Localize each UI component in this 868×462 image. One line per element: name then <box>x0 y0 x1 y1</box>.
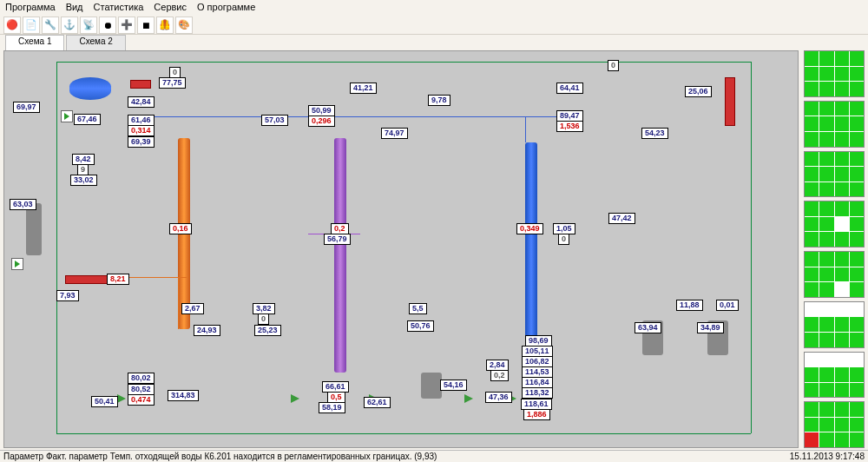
menu-item[interactable]: Статистика <box>94 2 144 14</box>
value-alarm: 1,536 <box>556 121 583 132</box>
process-diagram: 69,97 67,46 8,42 9 33,02 63,03 7,93 80,0… <box>3 50 799 448</box>
value: 41,21 <box>350 82 377 94</box>
value: 0,2 <box>490 370 509 381</box>
value: 47,36 <box>485 392 512 403</box>
toolbar-button[interactable]: 🔴 <box>3 16 21 34</box>
tank-blue <box>69 77 111 100</box>
value: 5,5 <box>409 303 427 314</box>
indicator-block[interactable] <box>804 401 865 448</box>
toolbar-button[interactable]: 📡 <box>80 16 97 34</box>
value-alarm: 0,296 <box>308 116 335 127</box>
tab-scheme-2[interactable]: Схема 2 <box>66 35 125 50</box>
column-purple <box>334 138 346 373</box>
valve-icon[interactable] <box>464 394 473 403</box>
heater-red-small <box>130 80 151 89</box>
tab-scheme-1[interactable]: Схема 1 <box>5 35 64 50</box>
status-bar: Параметр Факт. параметр Темп. отходящей … <box>0 450 868 462</box>
menu-item[interactable]: Вид <box>66 2 83 14</box>
value-alarm: 0,314 <box>128 125 155 136</box>
toolbar-button[interactable]: 🦺 <box>156 16 174 34</box>
value: 69,97 <box>13 102 40 113</box>
value: 24,93 <box>194 325 220 336</box>
value: 0 <box>258 314 269 325</box>
indicator-block[interactable] <box>804 251 865 298</box>
toolbar-button[interactable]: 🔧 <box>42 16 59 34</box>
value: 11,88 <box>676 300 703 311</box>
toolbar-button[interactable]: ⏹ <box>137 16 155 34</box>
value: 42,84 <box>128 96 155 108</box>
value: 9,78 <box>428 95 450 106</box>
value: 33,02 <box>70 175 97 186</box>
value: 58,19 <box>319 402 345 413</box>
vessel-gray-1 <box>421 373 442 399</box>
value: 56,79 <box>324 234 351 245</box>
heater-red <box>725 77 735 126</box>
value: 64,41 <box>556 82 583 94</box>
value: 63,03 <box>10 199 36 210</box>
value: 25,23 <box>254 325 281 336</box>
value: 62,61 <box>364 397 391 408</box>
value: 2,67 <box>181 303 204 314</box>
value-alarm: 0,16 <box>169 223 192 234</box>
value: 34,89 <box>697 322 724 333</box>
toolbar-button[interactable]: ⚓ <box>61 16 78 34</box>
value: 77,75 <box>159 77 186 89</box>
menu-item[interactable]: О программе <box>197 2 255 14</box>
status-message: Параметр Факт. параметр Темп. отходящей … <box>3 452 437 461</box>
valve-icon[interactable] <box>291 394 299 403</box>
value: 0,01 <box>716 300 739 311</box>
value: 57,03 <box>261 115 288 126</box>
toolbar-button[interactable]: 🎨 <box>175 16 193 34</box>
indicator-block[interactable] <box>804 201 865 248</box>
toolbar: 🔴 📄 🔧 ⚓ 📡 ⏺ ➕ ⏹ 🦺 🎨 <box>0 16 868 35</box>
value: 314,83 <box>168 390 199 401</box>
valve-control[interactable] <box>61 110 73 122</box>
value: 118,32 <box>522 387 553 399</box>
value-alarm: 1,886 <box>523 409 550 420</box>
valve-icon[interactable] <box>117 394 126 403</box>
menu-item[interactable]: Программа <box>5 2 56 14</box>
indicator-block[interactable] <box>804 151 865 198</box>
value: 50,76 <box>407 320 434 332</box>
value: 63,94 <box>635 322 661 333</box>
menu-bar: Программа Вид Статистика Сервис О програ… <box>0 0 868 16</box>
value: 54,16 <box>440 380 467 391</box>
indicator-panels <box>804 50 865 448</box>
toolbar-button[interactable]: ➕ <box>118 16 135 34</box>
indicator-block[interactable] <box>804 352 865 399</box>
value: 50,41 <box>91 396 118 407</box>
value: 67,46 <box>74 114 101 125</box>
menu-item[interactable]: Сервис <box>154 2 187 14</box>
value: 47,42 <box>608 213 635 224</box>
value: 7,93 <box>56 290 79 301</box>
toolbar-button[interactable]: 📄 <box>23 16 40 34</box>
value-alarm: 8,21 <box>107 274 129 285</box>
value: 0 <box>608 60 619 71</box>
status-time: 15.11.2013 9:17:48 <box>790 452 865 461</box>
tab-bar: Схема 1 Схема 2 <box>0 35 868 50</box>
vessel-gray-left <box>26 203 42 255</box>
value: 54,23 <box>641 128 668 139</box>
indicator-block[interactable] <box>804 301 865 348</box>
value: 74,97 <box>381 128 408 139</box>
indicator-block[interactable] <box>804 101 865 148</box>
value: 25,06 <box>685 86 712 97</box>
indicator-block[interactable] <box>804 50 865 97</box>
value: 69,39 <box>128 136 155 148</box>
heater-red-low <box>65 275 108 284</box>
play-button[interactable] <box>11 258 23 270</box>
value-alarm: 0,349 <box>516 223 543 234</box>
toolbar-button[interactable]: ⏺ <box>99 16 116 34</box>
value: 80,02 <box>128 373 155 384</box>
value-alarm: 0,474 <box>128 394 155 406</box>
value: 0 <box>558 234 569 245</box>
